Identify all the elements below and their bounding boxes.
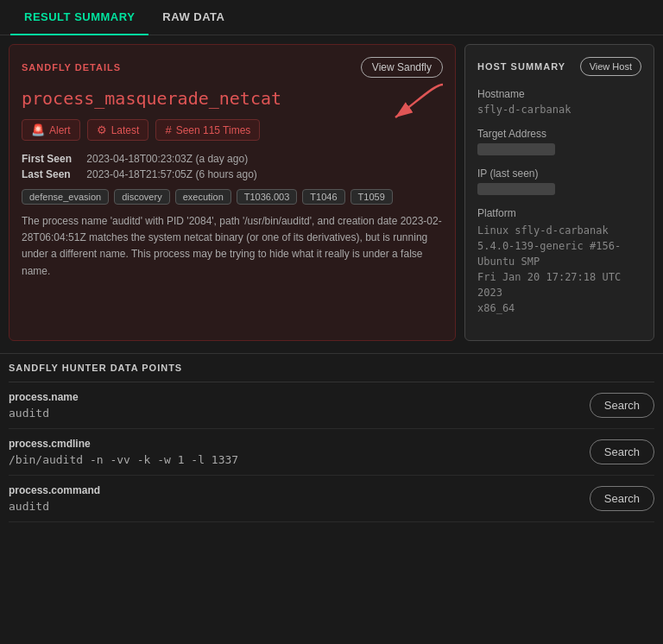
alert-badge-label: Alert <box>49 124 71 136</box>
host-summary-label: HOST SUMMARY <box>477 61 565 72</box>
search-button-1[interactable]: Search <box>590 439 654 464</box>
ip-label: IP (last seen) <box>477 167 641 180</box>
data-point-row: process.name auditd Search <box>9 382 654 429</box>
ip-placeholder <box>477 183 555 195</box>
first-seen-row: First Seen 2023-04-18T00:23:03Z (a day a… <box>22 153 443 165</box>
sandfly-details-label: SANDFLY DETAILS <box>22 62 121 73</box>
view-host-button[interactable]: View Host <box>580 57 641 76</box>
alert-icon: 🚨 <box>31 123 45 136</box>
data-point-key: process.cmdline <box>9 438 238 450</box>
data-point-value: /bin/auditd -n -vv -k -w 1 -l 1337 <box>9 453 238 466</box>
sandfly-details-panel: SANDFLY DETAILS View Sandfly process_mas… <box>9 44 456 341</box>
search-button-2[interactable]: Search <box>590 486 654 511</box>
main-content: SANDFLY DETAILS View Sandfly process_mas… <box>0 35 663 350</box>
last-seen-label: Last Seen <box>22 168 84 180</box>
platform-field: Platform Linux sfly-d-carbanak 5.4.0-139… <box>477 207 641 316</box>
sandfly-details-header: SANDFLY DETAILS View Sandfly <box>22 57 443 78</box>
latest-icon: ⚙ <box>97 123 107 136</box>
data-point-info: process.command auditd <box>9 484 100 513</box>
tag-item: T1036.003 <box>237 189 298 205</box>
hostname-field: Hostname sfly-d-carbanak <box>477 88 641 116</box>
tag-item: defense_evasion <box>22 189 109 205</box>
target-address-label: Target Address <box>477 128 641 140</box>
target-address-field: Target Address <box>477 128 641 155</box>
description-text: The process name 'auditd' with PID '2084… <box>22 213 443 280</box>
last-seen-row: Last Seen 2023-04-18T21:57:05Z (6 hours … <box>22 168 443 180</box>
seen-icon: # <box>165 123 171 136</box>
badges-row: 🚨 Alert ⚙ Latest # Seen 115 Times <box>22 119 443 141</box>
target-address-placeholder <box>477 143 555 155</box>
hunter-section: SANDFLY HUNTER DATA POINTS process.name … <box>0 353 663 522</box>
tab-raw-data[interactable]: RAW DATA <box>148 0 238 35</box>
data-points-container: process.name auditd Search process.cmdli… <box>9 382 654 522</box>
tag-item: discovery <box>114 189 169 205</box>
latest-badge[interactable]: ⚙ Latest <box>87 119 149 141</box>
hostname-value: sfly-d-carbanak <box>477 104 641 116</box>
tab-result-summary[interactable]: RESULT SUMMARY <box>10 0 148 35</box>
data-point-info: process.name auditd <box>9 391 79 420</box>
ip-field: IP (last seen) <box>477 167 641 195</box>
tags-container: defense_evasiondiscoveryexecutionT1036.0… <box>22 189 443 205</box>
data-point-value: auditd <box>9 500 100 513</box>
seen-times-badge[interactable]: # Seen 115 Times <box>155 119 260 141</box>
seen-times-label: Seen 115 Times <box>176 124 251 136</box>
first-seen-label: First Seen <box>22 153 84 165</box>
process-name: process_masquerade_netcat <box>22 88 443 109</box>
first-seen-value: 2023-04-18T00:23:03Z (a day ago) <box>86 153 248 165</box>
last-seen-value: 2023-04-18T21:57:05Z (6 hours ago) <box>86 168 256 180</box>
hostname-label: Hostname <box>477 88 641 100</box>
host-summary-panel: HOST SUMMARY View Host Hostname sfly-d-c… <box>464 44 654 341</box>
data-point-value: auditd <box>9 407 79 420</box>
alert-badge[interactable]: 🚨 Alert <box>22 119 80 141</box>
tag-item: execution <box>175 189 231 205</box>
tabs-bar: RESULT SUMMARY RAW DATA <box>0 0 663 35</box>
tag-item: T1046 <box>302 189 344 205</box>
data-point-key: process.name <box>9 391 79 403</box>
latest-badge-label: Latest <box>111 124 140 136</box>
data-point-row: process.cmdline /bin/auditd -n -vv -k -w… <box>9 429 654 476</box>
view-sandfly-button[interactable]: View Sandfly <box>361 57 443 78</box>
hunter-label: SANDFLY HUNTER DATA POINTS <box>9 363 654 373</box>
host-summary-header: HOST SUMMARY View Host <box>477 57 641 76</box>
data-point-row: process.command auditd Search <box>9 476 654 522</box>
data-point-key: process.command <box>9 484 100 496</box>
search-button-0[interactable]: Search <box>590 393 654 418</box>
platform-value: Linux sfly-d-carbanak 5.4.0-139-generic … <box>477 223 641 316</box>
tag-item: T1059 <box>350 189 393 205</box>
platform-label: Platform <box>477 207 641 219</box>
data-point-info: process.cmdline /bin/auditd -n -vv -k -w… <box>9 438 238 466</box>
